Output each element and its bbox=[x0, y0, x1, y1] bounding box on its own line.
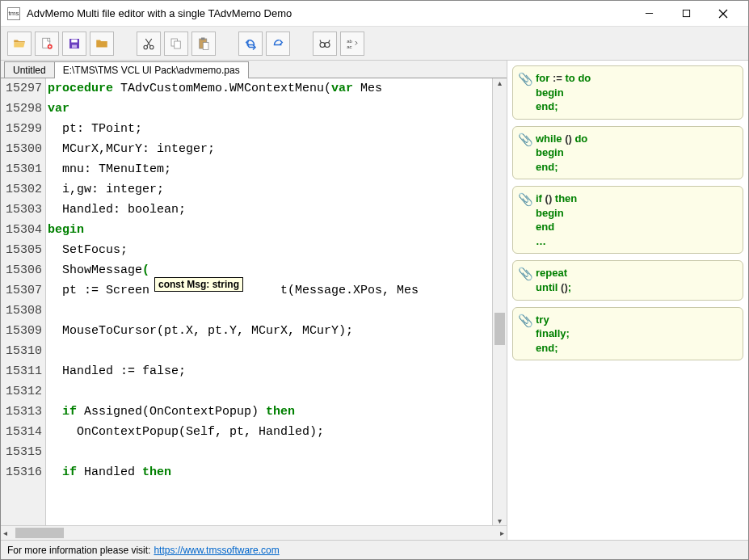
code-line[interactable] bbox=[46, 341, 492, 361]
vertical-scrollbar[interactable] bbox=[492, 78, 507, 525]
new-file-button[interactable] bbox=[35, 32, 59, 56]
line-number: 15302 bbox=[1, 179, 42, 200]
paperclip-icon: 📎 bbox=[518, 132, 533, 148]
toolbar: abac bbox=[1, 27, 748, 61]
window-title: AdvMemo Multi file editor with a single … bbox=[27, 7, 630, 19]
code-line[interactable] bbox=[46, 442, 492, 462]
code-snippet[interactable]: 📎if () thenbeginend… bbox=[512, 186, 743, 254]
line-number: 15311 bbox=[1, 361, 42, 381]
status-bar: For more information please visit: https… bbox=[1, 540, 748, 559]
scrollbar-thumb[interactable] bbox=[15, 528, 64, 538]
code-line[interactable]: MouseToCursor(pt.X, pt.Y, MCurX, MCurY); bbox=[46, 321, 492, 341]
minimize-button[interactable] bbox=[630, 2, 667, 26]
line-number: 15303 bbox=[1, 200, 42, 220]
line-number: 15298 bbox=[1, 99, 42, 119]
line-number: 15301 bbox=[1, 159, 42, 179]
file-tab[interactable]: E:\TMS\TMS VCL UI Pack\advmemo.pas bbox=[54, 61, 249, 78]
code-line[interactable] bbox=[46, 301, 492, 321]
svg-rect-15 bbox=[203, 42, 208, 49]
line-number: 15297 bbox=[1, 78, 42, 99]
close-button[interactable] bbox=[705, 2, 742, 26]
line-number: 15315 bbox=[1, 442, 42, 462]
line-gutter: 1529715298152991530015301153021530315304… bbox=[1, 78, 46, 525]
svg-rect-7 bbox=[71, 39, 78, 42]
status-link[interactable]: https://www.tmssoftware.com bbox=[154, 545, 279, 556]
paperclip-icon: 📎 bbox=[518, 71, 533, 87]
code-snippet[interactable]: 📎tryfinally;end; bbox=[512, 307, 743, 361]
window-titlebar: tms AdvMemo Multi file editor with a sin… bbox=[1, 1, 748, 27]
svg-rect-12 bbox=[175, 41, 181, 48]
line-number: 15306 bbox=[1, 260, 42, 280]
code-line[interactable]: begin bbox=[46, 220, 492, 240]
code-line[interactable] bbox=[46, 381, 492, 402]
line-number: 15313 bbox=[1, 402, 42, 422]
svg-text:ab: ab bbox=[347, 38, 352, 43]
code-line[interactable]: procedure TAdvCustomMemo.WMContextMenu(v… bbox=[46, 78, 492, 99]
paperclip-icon: 📎 bbox=[518, 192, 533, 208]
undo-button[interactable] bbox=[238, 32, 263, 56]
svg-rect-8 bbox=[72, 44, 77, 48]
code-line[interactable]: MCurX,MCurY: integer; bbox=[46, 139, 492, 159]
code-line[interactable]: pt: TPoint; bbox=[46, 119, 492, 139]
line-number: 15300 bbox=[1, 139, 42, 159]
svg-rect-14 bbox=[201, 37, 205, 40]
find-button[interactable] bbox=[313, 32, 337, 56]
line-number: 15305 bbox=[1, 240, 42, 260]
paperclip-icon: 📎 bbox=[518, 313, 533, 329]
line-number: 15299 bbox=[1, 119, 42, 139]
line-number: 15310 bbox=[1, 341, 42, 361]
svg-text:ac: ac bbox=[347, 44, 351, 49]
code-snippet[interactable]: 📎while () dobeginend; bbox=[512, 126, 743, 180]
code-line[interactable]: var bbox=[46, 99, 492, 119]
code-editor[interactable]: 1529715298152991530015301153021530315304… bbox=[1, 78, 507, 525]
code-line[interactable]: i,gw: integer; bbox=[46, 179, 492, 200]
code-line[interactable]: SetFocus; bbox=[46, 240, 492, 260]
line-number: 15316 bbox=[1, 462, 42, 482]
snippet-pane: 📎for := to dobegin end;📎while () dobegin… bbox=[507, 61, 748, 540]
line-number: 15312 bbox=[1, 381, 42, 402]
editor-pane: UntitledE:\TMS\TMS VCL UI Pack\advmemo.p… bbox=[1, 61, 507, 540]
copy-button[interactable] bbox=[164, 32, 188, 56]
app-icon: tms bbox=[7, 7, 20, 20]
redo-button[interactable] bbox=[266, 32, 290, 56]
code-line[interactable]: Handled: boolean; bbox=[46, 200, 492, 220]
svg-rect-1 bbox=[683, 10, 689, 16]
code-content[interactable]: procedure TAdvCustomMemo.WMContextMenu(v… bbox=[46, 78, 492, 525]
parameter-hint-tooltip: const Msg: string bbox=[154, 277, 243, 292]
line-number: 15309 bbox=[1, 321, 42, 341]
code-snippet[interactable]: 📎for := to dobegin end; bbox=[512, 65, 743, 120]
main-area: UntitledE:\TMS\TMS VCL UI Pack\advmemo.p… bbox=[1, 61, 748, 540]
maximize-button[interactable] bbox=[667, 2, 705, 26]
replace-button[interactable]: abac bbox=[340, 32, 364, 56]
cut-button[interactable] bbox=[137, 32, 161, 56]
file-tabs: UntitledE:\TMS\TMS VCL UI Pack\advmemo.p… bbox=[1, 61, 507, 78]
code-line[interactable]: ShowMessage( bbox=[46, 260, 492, 280]
paste-button[interactable] bbox=[191, 32, 216, 56]
status-text: For more information please visit: bbox=[7, 545, 150, 556]
code-line[interactable]: if Assigned(OnContextPopup) then bbox=[46, 402, 492, 422]
code-line[interactable]: pt := Screen t(Message.XPos, Mes bbox=[46, 280, 492, 301]
code-line[interactable]: if Handled then bbox=[46, 462, 492, 482]
line-number: 15304 bbox=[1, 220, 42, 240]
horizontal-scrollbar[interactable] bbox=[1, 525, 507, 540]
code-snippet[interactable]: 📎repeat until (); bbox=[512, 260, 743, 300]
code-line[interactable]: mnu: TMenuItem; bbox=[46, 159, 492, 179]
file-tab[interactable]: Untitled bbox=[4, 61, 55, 78]
line-number: 15308 bbox=[1, 301, 42, 321]
save-file-button[interactable] bbox=[62, 32, 86, 56]
code-line[interactable]: OnContextPopup(Self, pt, Handled); bbox=[46, 422, 492, 442]
paperclip-icon: 📎 bbox=[518, 266, 533, 282]
scrollbar-thumb[interactable] bbox=[494, 313, 505, 345]
open-file-button[interactable] bbox=[7, 32, 32, 56]
line-number: 15307 bbox=[1, 280, 42, 301]
open-folder-button[interactable] bbox=[90, 32, 114, 56]
code-line[interactable]: Handled := false; bbox=[46, 361, 492, 381]
line-number: 15314 bbox=[1, 422, 42, 442]
